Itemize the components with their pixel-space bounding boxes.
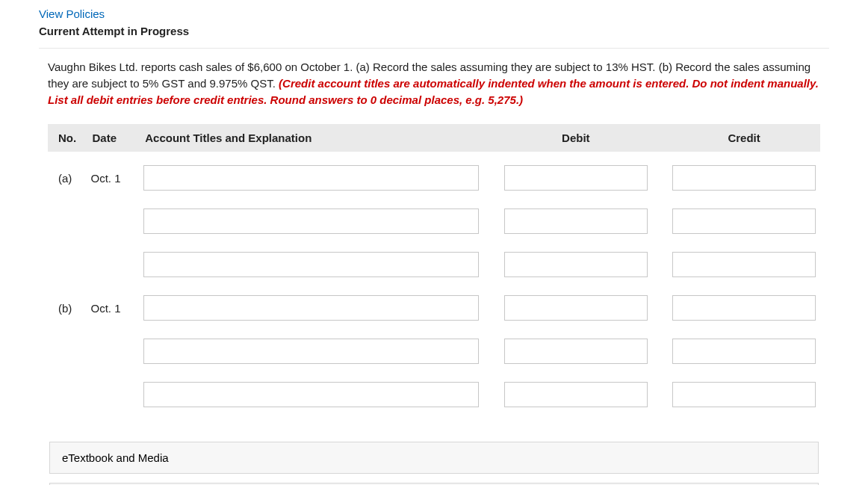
divider <box>39 48 829 49</box>
credit-input[interactable] <box>672 339 816 364</box>
cell-date <box>86 377 139 412</box>
debit-input[interactable] <box>504 165 648 191</box>
cell-date: Oct. 1 <box>86 161 139 195</box>
account-input[interactable] <box>143 208 479 234</box>
view-policies-link[interactable]: View Policies <box>39 7 105 20</box>
cell-date <box>86 204 139 238</box>
account-input[interactable] <box>143 339 479 364</box>
credit-input[interactable] <box>672 295 816 321</box>
account-input[interactable] <box>143 382 479 407</box>
etextbook-media-button[interactable]: eTextbook and Media <box>49 442 819 474</box>
table-row: (b) Oct. 1 <box>48 291 820 325</box>
credit-input[interactable] <box>672 382 816 407</box>
cell-no <box>48 204 86 238</box>
th-acct: Account Titles and Explanation <box>139 124 483 152</box>
th-date: Date <box>86 124 139 152</box>
cell-no: (b) <box>48 291 86 325</box>
panels: eTextbook and Media List of Accounts <box>48 442 820 485</box>
table-row <box>48 377 820 412</box>
content: Vaughn Bikes Ltd. reports cash sales of … <box>39 59 829 485</box>
credit-input[interactable] <box>672 165 816 191</box>
debit-input[interactable] <box>504 382 648 407</box>
th-gap2 <box>652 124 668 152</box>
cell-date: Oct. 1 <box>86 291 139 325</box>
table-header-row: No. Date Account Titles and Explanation … <box>48 124 820 152</box>
attempt-status: Current Attempt in Progress <box>39 25 829 37</box>
table-row <box>48 334 820 368</box>
account-input[interactable] <box>143 252 479 277</box>
cell-no <box>48 377 86 412</box>
th-debit: Debit <box>500 124 652 152</box>
question-text: Vaughn Bikes Ltd. reports cash sales of … <box>48 59 820 108</box>
table-row: (a) Oct. 1 <box>48 161 820 195</box>
th-gap1 <box>483 124 499 152</box>
credit-input[interactable] <box>672 252 816 277</box>
credit-input[interactable] <box>672 208 816 234</box>
cell-no: (a) <box>48 161 86 195</box>
debit-input[interactable] <box>504 295 648 321</box>
account-input[interactable] <box>143 165 479 191</box>
cell-no <box>48 247 86 282</box>
debit-input[interactable] <box>504 252 648 277</box>
page: View Policies Current Attempt in Progres… <box>0 0 868 485</box>
debit-input[interactable] <box>504 208 648 234</box>
journal-table: No. Date Account Titles and Explanation … <box>48 124 820 437</box>
th-credit: Credit <box>668 124 820 152</box>
th-no: No. <box>48 124 86 152</box>
cell-date <box>86 247 139 282</box>
cell-date <box>86 334 139 368</box>
table-row <box>48 247 820 282</box>
debit-input[interactable] <box>504 339 648 364</box>
cell-no <box>48 334 86 368</box>
account-input[interactable] <box>143 295 479 321</box>
table-row <box>48 204 820 238</box>
